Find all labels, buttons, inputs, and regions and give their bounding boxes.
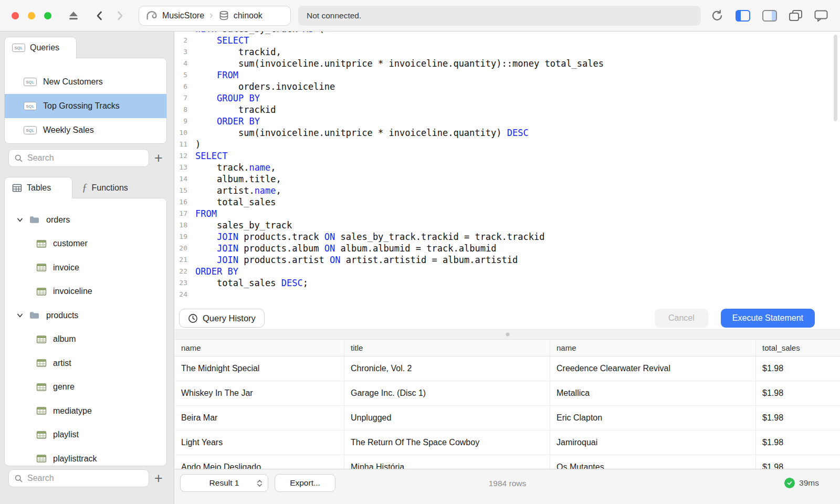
splitter-handle-icon[interactable] bbox=[506, 333, 509, 337]
table-cell[interactable]: Garage Inc. (Disc 1) bbox=[344, 381, 550, 405]
splitter[interactable] bbox=[175, 329, 840, 340]
refresh-icon[interactable] bbox=[710, 9, 724, 23]
table-row[interactable]: The Midnight SpecialChronicle, Vol. 2Cre… bbox=[175, 356, 840, 381]
code-line[interactable]: 20 JOIN products.album ON album.albumid … bbox=[175, 243, 840, 254]
table-row[interactable]: Whiskey In The JarGarage Inc. (Disc 1)Me… bbox=[175, 381, 840, 406]
code-line[interactable]: 14 album.title, bbox=[175, 173, 840, 185]
execute-statement-button[interactable]: Execute Statement bbox=[721, 309, 815, 328]
minimize-button[interactable] bbox=[28, 12, 35, 19]
tables-search[interactable] bbox=[8, 469, 149, 487]
code-line[interactable]: 23 total_sales DESC; bbox=[175, 277, 840, 289]
tree-table-row[interactable]: customer bbox=[5, 232, 166, 256]
table-cell[interactable]: Os Mutantes bbox=[550, 455, 755, 469]
back-icon[interactable] bbox=[93, 9, 106, 22]
editor-scrollbar[interactable] bbox=[834, 35, 837, 121]
sql-editor[interactable]: 1WITH sales_by_track AS (2 SELECT3 track… bbox=[175, 32, 840, 307]
export-button[interactable]: Export... bbox=[275, 474, 335, 492]
query-item[interactable]: SQLWeekly Sales bbox=[5, 118, 166, 142]
code-line[interactable]: 11) bbox=[175, 139, 840, 150]
table-cell[interactable]: Eric Clapton bbox=[550, 406, 755, 430]
table-cell[interactable]: $1.98 bbox=[755, 356, 840, 381]
column-header[interactable]: name bbox=[550, 340, 755, 356]
code-line[interactable]: 3 trackid, bbox=[175, 46, 840, 58]
query-history-button[interactable]: Query History bbox=[179, 309, 265, 328]
table-row[interactable]: Ando Meio DesligadoMinha HistóriaOs Muta… bbox=[175, 455, 840, 469]
column-header[interactable]: title bbox=[344, 340, 550, 356]
forward-icon[interactable] bbox=[113, 9, 126, 22]
code-line[interactable]: 22ORDER BY bbox=[175, 266, 840, 277]
windows-icon[interactable] bbox=[789, 9, 803, 23]
code-line[interactable]: 18 sales_by_track bbox=[175, 219, 840, 231]
tree-table-row[interactable]: genre bbox=[5, 375, 166, 400]
breadcrumb[interactable]: MusicStore › chinook bbox=[139, 6, 291, 26]
chevron-down-icon[interactable] bbox=[17, 218, 23, 222]
table-row[interactable]: Beira MarUnpluggedEric Clapton$1.98 bbox=[175, 406, 840, 430]
tree-table-row[interactable]: mediatype bbox=[5, 399, 166, 423]
tree-schema-row[interactable]: orders bbox=[5, 208, 166, 232]
queries-search[interactable] bbox=[8, 149, 149, 167]
table-cell[interactable]: The Return Of The Space Cowboy bbox=[344, 430, 550, 455]
sidebar-toggle-icon[interactable] bbox=[735, 9, 751, 23]
tab-tables[interactable]: Tables bbox=[4, 177, 72, 198]
table-row[interactable]: Light YearsThe Return Of The Space Cowbo… bbox=[175, 430, 840, 455]
tree-table-row[interactable]: invoice bbox=[5, 256, 166, 280]
column-header[interactable]: name bbox=[175, 340, 344, 356]
code-line[interactable]: 15 artist.name, bbox=[175, 185, 840, 196]
table-cell[interactable]: $1.98 bbox=[755, 381, 840, 405]
table-cell[interactable]: Metallica bbox=[550, 381, 755, 405]
breadcrumb-server[interactable]: MusicStore bbox=[162, 11, 204, 20]
table-cell[interactable]: Ando Meio Desligado bbox=[175, 455, 344, 469]
table-cell[interactable]: Minha História bbox=[344, 455, 550, 469]
code-line[interactable]: 24 bbox=[175, 289, 840, 300]
code-line[interactable]: 17FROM bbox=[175, 208, 840, 219]
tree-table-row[interactable]: album bbox=[5, 328, 166, 352]
tree-table-row[interactable]: artist bbox=[5, 351, 166, 375]
queries-search-input[interactable] bbox=[27, 153, 143, 163]
table-cell[interactable]: The Midnight Special bbox=[175, 356, 344, 381]
panel-toggle-icon[interactable] bbox=[762, 9, 778, 23]
table-cell[interactable]: Jamiroquai bbox=[550, 430, 755, 455]
close-button[interactable] bbox=[12, 12, 19, 19]
table-cell[interactable]: Creedence Clearwater Revival bbox=[550, 356, 755, 381]
code-line[interactable]: 16 total_sales bbox=[175, 196, 840, 208]
table-cell[interactable]: $1.98 bbox=[755, 406, 840, 430]
query-item[interactable]: SQLTop Grossing Tracks bbox=[5, 94, 166, 118]
table-cell[interactable]: Beira Mar bbox=[175, 406, 344, 430]
cancel-button[interactable]: Cancel bbox=[655, 309, 708, 328]
code-line[interactable]: 8 trackid bbox=[175, 104, 840, 116]
code-line[interactable]: 21 JOIN products.artist ON artist.artist… bbox=[175, 254, 840, 266]
tree-schema-row[interactable]: products bbox=[5, 303, 166, 328]
code-line[interactable]: 2 SELECT bbox=[175, 35, 840, 46]
add-table-button[interactable]: + bbox=[151, 469, 166, 487]
code-line[interactable]: 4 sum(invoiceline.unitprice * invoicelin… bbox=[175, 58, 840, 69]
tab-functions[interactable]: ƒ Functions bbox=[77, 177, 133, 198]
table-cell[interactable]: Light Years bbox=[175, 430, 344, 455]
code-line[interactable]: 7 GROUP BY bbox=[175, 92, 840, 104]
code-line[interactable]: 13 track.name, bbox=[175, 162, 840, 173]
code-line[interactable]: 5 FROM bbox=[175, 69, 840, 81]
table-cell[interactable]: Whiskey In The Jar bbox=[175, 381, 344, 405]
zoom-button[interactable] bbox=[44, 12, 51, 19]
table-cell[interactable]: $1.98 bbox=[755, 455, 840, 469]
code-line[interactable]: 6 orders.invoiceline bbox=[175, 81, 840, 92]
table-cell[interactable]: Unplugged bbox=[344, 406, 550, 430]
tree-table-row[interactable]: playlist bbox=[5, 423, 166, 447]
eject-icon[interactable] bbox=[67, 9, 80, 22]
code-line[interactable]: 12SELECT bbox=[175, 150, 840, 162]
chat-bubble-icon[interactable] bbox=[814, 9, 828, 23]
table-cell[interactable]: $1.98 bbox=[755, 430, 840, 455]
tree-table-row[interactable]: invoiceline bbox=[5, 280, 166, 304]
tab-queries[interactable]: SQL Queries bbox=[4, 37, 77, 58]
tables-search-input[interactable] bbox=[27, 474, 143, 483]
column-header[interactable]: total_sales bbox=[755, 340, 840, 356]
chevron-down-icon[interactable] bbox=[17, 313, 23, 318]
result-selector[interactable]: Result 1 bbox=[180, 474, 268, 492]
breadcrumb-database[interactable]: chinook bbox=[234, 11, 262, 20]
query-item[interactable]: SQLNew Customers bbox=[5, 70, 166, 94]
add-query-button[interactable]: + bbox=[151, 149, 166, 167]
code-line[interactable]: 19 JOIN products.track ON sales_by_track… bbox=[175, 231, 840, 243]
code-line[interactable]: 9 ORDER BY bbox=[175, 116, 840, 127]
tree-table-row[interactable]: playlisttrack bbox=[5, 447, 166, 466]
code-line[interactable]: 10 sum(invoiceline.unitprice * invoiceli… bbox=[175, 127, 840, 139]
table-cell[interactable]: Chronicle, Vol. 2 bbox=[344, 356, 550, 381]
